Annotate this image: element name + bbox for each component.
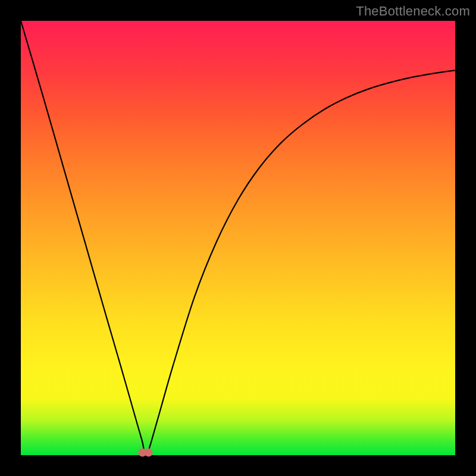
bottleneck-curve	[21, 21, 455, 456]
optimum-dot-2	[145, 449, 153, 457]
curve-svg	[21, 21, 455, 455]
plot-area	[21, 21, 455, 455]
watermark-text: TheBottleneck.com	[356, 4, 470, 19]
chart-frame: TheBottleneck.com	[0, 0, 476, 476]
